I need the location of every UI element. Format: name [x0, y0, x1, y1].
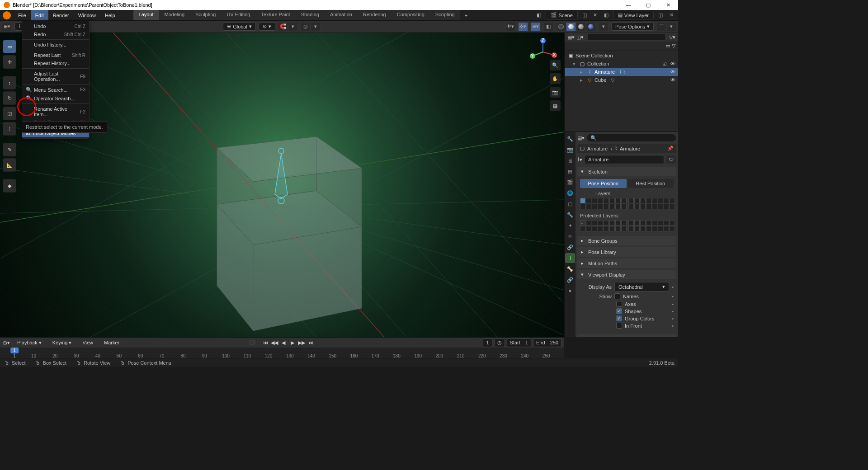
gizmo-toggle[interactable]: ⊹▾: [518, 22, 528, 31]
group-colors-checkbox[interactable]: ✓: [616, 315, 622, 321]
proptab-physics[interactable]: ⚛: [565, 231, 575, 241]
snap-toggle[interactable]: 🧲: [278, 22, 288, 31]
visibility-icon[interactable]: 👁▾: [505, 22, 515, 31]
minimize-button[interactable]: —: [618, 0, 638, 10]
menu-menu-search[interactable]: 🔍Menu Search...F3: [22, 85, 89, 94]
play-icon[interactable]: ▶: [288, 338, 297, 347]
section-motion-paths[interactable]: ▸Motion Paths: [577, 258, 676, 268]
proptab-bone[interactable]: 🦴: [565, 264, 575, 274]
disclosure-icon[interactable]: ▸: [580, 77, 585, 83]
layer-browse-icon[interactable]: ◧: [602, 11, 610, 19]
pivot-selector[interactable]: ⊙▾: [259, 22, 275, 31]
pose-options-dropdown[interactable]: Pose Options▾: [611, 22, 654, 31]
outliner-mode-icon[interactable]: ◫▾: [576, 34, 584, 40]
timeline-marker-menu[interactable]: Marker: [100, 339, 123, 346]
proportional-options[interactable]: ▾: [311, 22, 321, 31]
timeline-track[interactable]: 1 11020304050607080901001101201301401501…: [0, 348, 564, 358]
new-layer-button[interactable]: ◫: [656, 11, 665, 19]
end-frame-field[interactable]: End 250: [533, 338, 561, 347]
jump-next-key-icon[interactable]: ▶▶: [297, 338, 306, 347]
scene-browse-icon[interactable]: ◧: [535, 11, 543, 19]
checkbox-icon[interactable]: ☑: [662, 61, 667, 67]
armature-layers[interactable]: [580, 198, 674, 209]
jump-start-icon[interactable]: ⏮: [261, 338, 269, 347]
proportional-toggle[interactable]: ◎: [301, 22, 311, 31]
eye-icon[interactable]: 👁: [670, 77, 675, 83]
props-search-input[interactable]: [586, 134, 676, 142]
shapes-checkbox[interactable]: ✓: [616, 308, 622, 314]
proptab-render[interactable]: 📷: [565, 145, 575, 155]
proptab-viewlayer[interactable]: ▤: [565, 166, 575, 176]
disclosure-icon[interactable]: ▾: [573, 61, 577, 67]
jump-end-icon[interactable]: ⏭: [307, 338, 315, 347]
menu-repeat-history[interactable]: Repeat History...: [22, 59, 89, 67]
viewlayer-selector[interactable]: ▤View Layer: [613, 11, 654, 19]
autokey-record-icon[interactable]: [250, 340, 255, 345]
tab-rendering[interactable]: Rendering: [358, 10, 392, 20]
delete-scene-button[interactable]: ✕: [591, 11, 599, 19]
outliner-armature[interactable]: ▸ ⌇ Armature ⌇ ⌇ 👁: [565, 68, 678, 76]
outliner-cube[interactable]: ▸ ▽ Cube ▽ 👁: [565, 76, 678, 84]
rendered-shading[interactable]: [586, 22, 596, 31]
proptab-material[interactable]: ●: [565, 286, 575, 296]
jump-prev-key-icon[interactable]: ◀◀: [270, 338, 278, 347]
outliner-scene-collection[interactable]: ▣ Scene Collection: [565, 52, 678, 60]
menu-render[interactable]: Render: [48, 10, 74, 20]
eye-icon[interactable]: 👁: [670, 61, 675, 66]
proptab-constraints[interactable]: 🔗: [565, 242, 575, 252]
close-button[interactable]: ✕: [658, 0, 678, 10]
editor-type-icon[interactable]: ▤▾: [577, 135, 585, 141]
proptab-scene[interactable]: 🎬: [565, 177, 575, 187]
new-scene-button[interactable]: ◫: [580, 11, 589, 19]
proptab-output[interactable]: 🖨: [565, 155, 575, 165]
pose-position-button[interactable]: Pose Position: [580, 179, 627, 188]
display-as-dropdown[interactable]: Octahedral▾: [614, 282, 669, 291]
solid-shading[interactable]: [566, 22, 576, 31]
annotate-tool[interactable]: ✎: [3, 143, 16, 156]
overlays-toggle[interactable]: ⊕▾: [531, 22, 541, 31]
proptab-tool[interactable]: 🔧: [565, 134, 575, 144]
filter-toggle-icon[interactable]: ▽: [672, 43, 675, 49]
menu-rename-active[interactable]: Rename Active Item...F2: [22, 105, 89, 118]
menu-repeat-last[interactable]: Repeat LastShift R: [22, 51, 89, 59]
transform-tool[interactable]: ⊹: [3, 122, 16, 136]
timeline-playback-menu[interactable]: Playback ▾: [14, 339, 45, 347]
current-frame-field[interactable]: 1: [483, 338, 492, 347]
menu-undo[interactable]: UndoCtrl Z: [22, 22, 89, 30]
data-browse-icon[interactable]: ⌇▾: [577, 157, 582, 163]
menu-help[interactable]: Help: [100, 10, 120, 20]
tab-compositing[interactable]: Compositing: [392, 10, 430, 20]
proptab-modifier[interactable]: 🔧: [565, 210, 575, 220]
outliner-collection[interactable]: ▾ ▢ Collection ☑ 👁: [565, 60, 678, 68]
section-bone-groups[interactable]: ▸Bone Groups: [577, 236, 676, 245]
proptab-world[interactable]: 🌐: [565, 188, 575, 198]
timeline-keying-menu[interactable]: Keying ▾: [49, 339, 75, 347]
tab-animation[interactable]: Animation: [325, 10, 358, 20]
new-collection-icon[interactable]: ▭: [665, 43, 670, 49]
wireframe-shading[interactable]: [556, 22, 566, 31]
matprev-shading[interactable]: [576, 22, 586, 31]
proptab-bone-constraint[interactable]: 🔗: [565, 275, 575, 285]
menu-file[interactable]: File: [14, 10, 31, 20]
tab-modeling[interactable]: Modeling: [159, 10, 190, 20]
options-dropdown[interactable]: ▾: [666, 22, 676, 31]
rotate-tool[interactable]: ↻: [3, 91, 16, 105]
pin-icon[interactable]: 📌: [667, 146, 674, 151]
filter-icon[interactable]: ▽▾: [669, 34, 675, 40]
eye-icon[interactable]: 👁: [670, 69, 675, 75]
shading-options[interactable]: ▾: [599, 22, 609, 31]
timeline-editor-icon[interactable]: ◷▾: [3, 340, 10, 346]
timeline-view-menu[interactable]: View: [79, 339, 97, 346]
delete-layer-button[interactable]: ✕: [667, 11, 675, 19]
menu-undo-history[interactable]: Undo History...: [22, 41, 89, 49]
camera-icon[interactable]: 📷: [550, 87, 561, 98]
menu-adjust-last[interactable]: Adjust Last Operation...F9: [22, 70, 89, 83]
maximize-button[interactable]: ▢: [638, 0, 658, 10]
perspective-icon[interactable]: ▦: [550, 100, 561, 111]
extrude-tool[interactable]: ◆: [3, 179, 16, 193]
tab-texture-paint[interactable]: Texture Paint: [255, 10, 295, 20]
tab-sculpting[interactable]: Sculpting: [190, 10, 221, 20]
snap-options[interactable]: ▾: [288, 22, 298, 31]
armature-name-field[interactable]: Armature: [584, 155, 664, 164]
outliner-editor-icon[interactable]: ▤▾: [567, 34, 575, 40]
